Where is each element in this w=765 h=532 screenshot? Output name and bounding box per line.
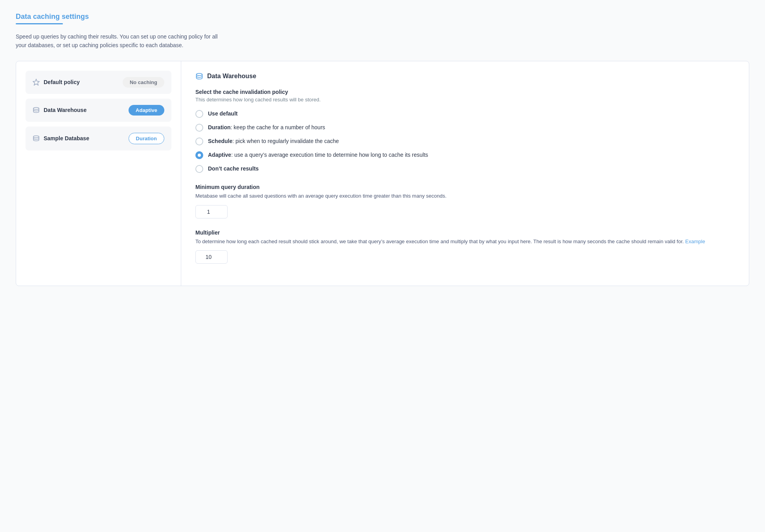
svg-point-1	[33, 108, 39, 110]
badge-nocaching: No caching	[123, 77, 164, 88]
page-title: Data caching settings	[16, 13, 749, 21]
min-query-desc: Metabase will cache all saved questions …	[195, 192, 735, 200]
detail-db-name: Data Warehouse	[207, 73, 256, 80]
title-underline	[16, 23, 63, 24]
database-icon-2	[33, 135, 40, 142]
radio-option-dont-cache[interactable]: Don’t cache results	[195, 165, 735, 173]
star-icon	[33, 79, 40, 86]
badge-duration: Duration	[129, 133, 164, 144]
db-header: Data Warehouse	[195, 72, 735, 80]
select-policy-title: Select the cache invalidation policy	[195, 89, 735, 95]
database-icon-1	[33, 106, 40, 114]
multiplier-input[interactable]	[196, 251, 227, 263]
radio-circle-dont-cache[interactable]	[195, 165, 203, 173]
radio-option-adaptive[interactable]: Adaptive: use a query’s average executio…	[195, 151, 735, 159]
svg-marker-0	[33, 79, 39, 85]
policy-name-data-warehouse: Data Warehouse	[44, 107, 86, 113]
left-panel: Default policy No caching Data Warehouse…	[16, 61, 181, 286]
badge-adaptive: Adaptive	[129, 105, 164, 116]
multiplier-example-link[interactable]: Example	[685, 238, 705, 244]
description: Speed up queries by caching their result…	[16, 32, 267, 50]
radio-group: Use default Duration: keep the cache for…	[195, 110, 735, 173]
min-query-input[interactable]	[196, 205, 227, 218]
radio-circle-schedule[interactable]	[195, 138, 203, 145]
radio-label-schedule: Schedule: pick when to regularly invalid…	[208, 137, 339, 145]
radio-label-duration: Duration: keep the cache for a number of…	[208, 123, 325, 132]
min-query-section: Minimum query duration Metabase will cac…	[195, 184, 735, 218]
policy-name-default: Default policy	[44, 79, 80, 85]
policy-item-sample-database[interactable]: Sample Database Duration	[26, 127, 171, 150]
radio-label-dont-cache: Don’t cache results	[208, 165, 259, 173]
multiplier-section: Multiplier To determine how long each ca…	[195, 229, 735, 264]
main-container: Default policy No caching Data Warehouse…	[16, 61, 749, 286]
radio-option-schedule[interactable]: Schedule: pick when to regularly invalid…	[195, 137, 735, 145]
radio-circle-duration[interactable]	[195, 124, 203, 132]
svg-point-2	[33, 136, 39, 138]
radio-option-use-default[interactable]: Use default	[195, 110, 735, 118]
radio-label-use-default: Use default	[208, 110, 237, 118]
min-query-title: Minimum query duration	[195, 184, 735, 190]
policy-item-default[interactable]: Default policy No caching	[26, 71, 171, 94]
svg-point-3	[197, 73, 202, 75]
radio-circle-use-default[interactable]	[195, 110, 203, 118]
multiplier-desc: To determine how long each cached result…	[195, 238, 735, 246]
right-panel: Data Warehouse Select the cache invalida…	[181, 61, 749, 286]
database-icon-detail	[195, 72, 203, 80]
min-query-input-wrap	[195, 205, 228, 218]
radio-option-duration[interactable]: Duration: keep the cache for a number of…	[195, 123, 735, 132]
policy-item-data-warehouse[interactable]: Data Warehouse Adaptive	[26, 99, 171, 122]
radio-label-adaptive: Adaptive: use a query’s average executio…	[208, 151, 428, 159]
policy-name-sample-database: Sample Database	[44, 135, 89, 141]
radio-circle-adaptive[interactable]	[195, 151, 203, 159]
select-policy-subtitle: This determines how long cached results …	[195, 97, 735, 103]
multiplier-input-wrap	[195, 250, 228, 264]
multiplier-title: Multiplier	[195, 229, 735, 236]
